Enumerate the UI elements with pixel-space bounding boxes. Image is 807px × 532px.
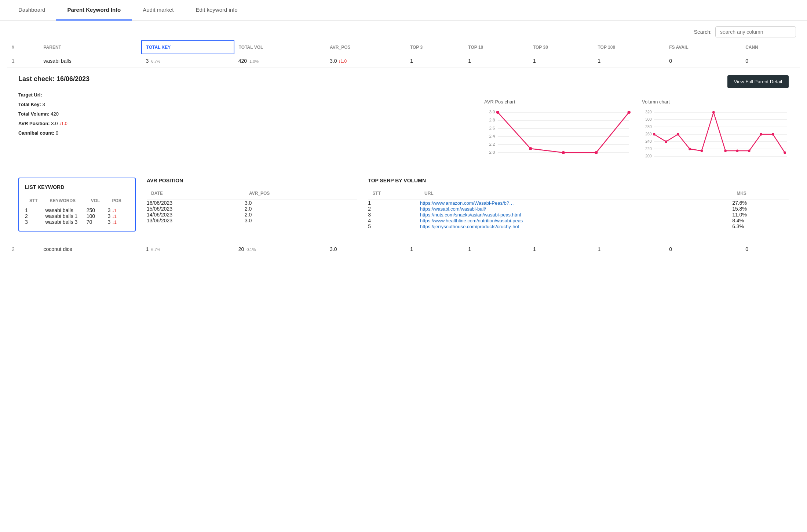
serp-row: 3 https://nuts.com/snacks/asian/wasabi-p… xyxy=(368,212,789,218)
lk-table: STT KEYWORDS VOL POS 1 wasabi balls 25 xyxy=(25,194,129,225)
serp-row: 2 https://wasabi.com/wasabi-ball/ 15.8% xyxy=(368,206,789,212)
svg-point-37 xyxy=(724,150,727,152)
lk-pos: 3 ↓1 xyxy=(107,219,129,225)
row1-total-vol: 420 1.0% xyxy=(234,54,325,68)
avr-date: 14/06/2023 xyxy=(147,212,245,218)
row1-num: 1 xyxy=(7,54,39,68)
avr-date: 13/06/2023 xyxy=(147,218,245,223)
lk-col-pos: POS xyxy=(107,194,129,207)
col-avr-pos: AVR_POS xyxy=(325,41,406,54)
row1-total-key: 3 6.7% xyxy=(142,54,234,68)
view-full-parent-detail-button[interactable]: View Full Parent Detail xyxy=(727,75,789,88)
lk-col-keywords: KEYWORDS xyxy=(45,194,86,207)
search-label: Search: xyxy=(694,29,712,35)
row2-parent: coconut dice xyxy=(39,243,141,256)
serp-col-mks: MKS xyxy=(732,187,789,200)
svg-point-34 xyxy=(689,148,691,150)
serp-col-url: URL xyxy=(420,187,732,200)
volumn-chart-title: Volumn chart xyxy=(642,99,789,105)
serp-link[interactable]: https://nuts.com/snacks/asian/wasabi-pea… xyxy=(420,212,521,218)
svg-text:3.0: 3.0 xyxy=(489,110,495,114)
svg-text:320: 320 xyxy=(645,110,651,114)
row1-top100: 1 xyxy=(593,54,665,68)
svg-text:260: 260 xyxy=(645,132,651,136)
svg-point-38 xyxy=(736,150,739,152)
serp-mks: 6.3% xyxy=(732,223,789,229)
serp-url: https://nuts.com/snacks/asian/wasabi-pea… xyxy=(420,212,732,218)
serp-url: https://www.amazon.com/Wasabi-Peas/b?… xyxy=(420,200,732,206)
tab-edit-keyword-info[interactable]: Edit keyword info xyxy=(185,0,248,21)
serp-mks: 15.8% xyxy=(732,206,789,212)
volumn-chart: 320 300 280 260 240 220 200 xyxy=(642,107,789,165)
avr-row: 15/06/2023 2.0 xyxy=(147,206,357,212)
col-total-vol: TOTAL VOL xyxy=(234,41,325,54)
avr-pos-section: AVR POSITION DATE AVR_POS xyxy=(147,178,357,232)
row1-avr-pos: 3.0 ↓1.0 xyxy=(325,54,406,68)
avr-pos-val: 2.0 xyxy=(245,206,357,212)
row1-parent: wasabi balls xyxy=(39,54,141,68)
serp-url: https://wasabi.com/wasabi-ball/ xyxy=(420,206,732,212)
lk-pos: 3 ↓1 xyxy=(107,213,129,219)
top-serp-title: TOP SERP BY VOLUMN xyxy=(368,178,789,183)
expanded-panel-row: Last check: 16/06/2023 Target Url: Total… xyxy=(7,68,800,243)
tab-audit-market[interactable]: Audit market xyxy=(132,0,185,21)
avr-date: 15/06/2023 xyxy=(147,206,245,212)
avr-col-pos: AVR_POS xyxy=(245,187,357,200)
avr-pos-chart-title: AVR Pos chart xyxy=(484,99,631,105)
tab-dashboard[interactable]: Dashboard xyxy=(7,0,56,21)
col-top3: TOP 3 xyxy=(406,41,464,54)
avr-pos-chart: 3.0 2.8 2.6 2.4 2.2 2.0 xyxy=(484,107,631,165)
lk-vol: 100 xyxy=(87,213,108,219)
avr-pos-chart-area: AVR Pos chart 3.0 2.8 2.6 2.4 2.2 xyxy=(484,99,631,167)
avr-pos-val: 3.0 xyxy=(245,218,357,223)
avr-pos-section-title: AVR POSITION xyxy=(147,178,357,183)
search-bar: Search: xyxy=(0,21,807,40)
svg-point-40 xyxy=(760,133,762,136)
row2-top30: 1 xyxy=(529,243,594,256)
total-key-value: 3 xyxy=(43,102,45,107)
expanded-panel: Last check: 16/06/2023 Target Url: Total… xyxy=(7,68,800,243)
row1-top3: 1 xyxy=(406,54,464,68)
serp-table: STT URL MKS 1 https://www.amazon.com/Was… xyxy=(368,187,789,229)
row2-top100: 1 xyxy=(593,243,665,256)
avr-row: 16/06/2023 3.0 xyxy=(147,200,357,206)
serp-link[interactable]: https://wasabi.com/wasabi-ball/ xyxy=(420,206,486,212)
svg-point-15 xyxy=(595,151,598,154)
serp-link[interactable]: https://jerrysnuthouse.com/products/cruc… xyxy=(420,224,519,229)
row2-top10: 1 xyxy=(464,243,529,256)
search-input[interactable] xyxy=(715,26,796,37)
serp-header-row: STT URL MKS xyxy=(368,187,789,200)
total-key-label: Total Key: xyxy=(18,102,41,107)
table-row[interactable]: 2 coconut dice 1 6.7% 20 0.1% 3.0 1 1 1 … xyxy=(7,243,800,256)
avr-row: 13/06/2023 3.0 xyxy=(147,218,357,223)
tab-parent-keyword-info[interactable]: Parent Keyword Info xyxy=(56,0,132,21)
cannibal-count-label: Cannibal count: xyxy=(18,130,54,136)
serp-link[interactable]: https://www.healthline.com/nutrition/was… xyxy=(420,218,523,223)
col-cann: CANN xyxy=(741,41,800,54)
svg-point-14 xyxy=(562,151,565,154)
cannibal-count-value: 0 xyxy=(56,130,58,136)
serp-stt: 1 xyxy=(368,200,420,206)
serp-stt: 5 xyxy=(368,223,420,229)
avr-row: 14/06/2023 2.0 xyxy=(147,212,357,218)
table-row[interactable]: 1 wasabi balls 3 6.7% 420 1.0% 3.0 ↓1.0 … xyxy=(7,54,800,68)
volumn-chart-area: Volumn chart 320 300 280 260 240 xyxy=(642,99,789,167)
col-top100: TOP 100 xyxy=(593,41,665,54)
row1-fs-avail: 0 xyxy=(665,54,741,68)
svg-text:300: 300 xyxy=(645,117,651,121)
svg-text:200: 200 xyxy=(645,154,651,158)
lk-keyword: wasabi balls 1 xyxy=(45,213,86,219)
col-num: # xyxy=(7,41,39,54)
row2-total-key: 1 6.7% xyxy=(142,243,234,256)
col-top10: TOP 10 xyxy=(464,41,529,54)
serp-mks: 8.4% xyxy=(732,218,789,223)
svg-point-16 xyxy=(628,111,631,114)
row2-avr-pos: 3.0 xyxy=(325,243,406,256)
serp-row: 5 https://jerrysnuthouse.com/products/cr… xyxy=(368,223,789,229)
serp-url: https://www.healthline.com/nutrition/was… xyxy=(420,218,732,223)
lk-stt: 1 xyxy=(25,207,45,214)
svg-text:240: 240 xyxy=(645,139,651,143)
serp-link[interactable]: https://www.amazon.com/Wasabi-Peas/b?… xyxy=(420,200,514,206)
main-table-container: # PARENT TOTAL KEY TOTAL VOL AVR_POS TOP… xyxy=(0,40,807,256)
lk-col-vol: VOL xyxy=(87,194,108,207)
